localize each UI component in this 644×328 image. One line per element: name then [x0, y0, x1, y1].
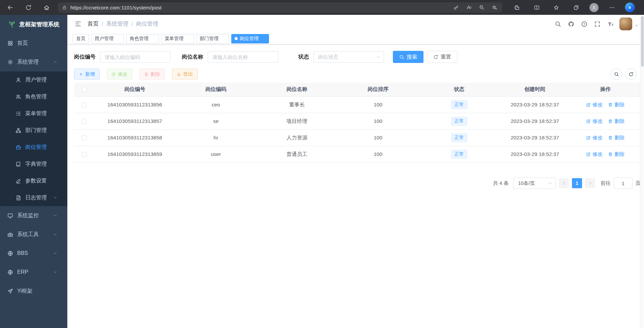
app-window: 意框架管理系统 首页系统管理用户管理角色管理菜单管理部门管理岗位管理字典管理参数…: [0, 15, 644, 328]
toggle-search-button[interactable]: [611, 68, 622, 80]
post-id-cell: 1641030593112313856: [94, 97, 175, 113]
chevron-down-icon[interactable]: [635, 24, 639, 28]
goto-page-input[interactable]: [614, 177, 633, 189]
sidebar-item-bbs[interactable]: BBS: [0, 244, 67, 263]
zoom-button[interactable]: [476, 3, 487, 12]
refresh-table-button[interactable]: [625, 68, 637, 80]
browser-home-button[interactable]: [39, 1, 54, 13]
edit-link[interactable]: 修改: [586, 118, 603, 125]
bing-icon: b: [627, 5, 632, 10]
scrollbar-thumb[interactable]: [641, 16, 644, 67]
post-name-cell: 项目经理: [257, 113, 338, 130]
back-icon: [7, 4, 13, 11]
page-1-button[interactable]: 1: [572, 178, 582, 188]
next-page-button[interactable]: [585, 178, 595, 188]
delete-link[interactable]: 删除: [608, 151, 624, 158]
export-button[interactable]: 导出: [172, 69, 198, 79]
tab-menu-management[interactable]: 菜单管理: [161, 34, 194, 43]
close-icon[interactable]: [261, 36, 266, 41]
user-avatar[interactable]: [619, 18, 632, 30]
globe-icon: [7, 251, 13, 256]
status-label: 状态: [298, 54, 309, 61]
favorites-button[interactable]: [550, 1, 563, 13]
edit-link[interactable]: 修改: [586, 135, 603, 141]
refresh-button[interactable]: [21, 1, 36, 13]
row-checkbox[interactable]: [82, 119, 87, 124]
back-button[interactable]: [3, 1, 18, 13]
tab-dept-management[interactable]: 部门管理: [196, 34, 229, 43]
chevron-down-icon: [548, 181, 552, 186]
sidebar-item-system-tools[interactable]: 系统工具: [0, 225, 67, 244]
sidebar-item-role-management[interactable]: 角色管理: [0, 88, 67, 105]
goto-label: 前往: [601, 180, 611, 187]
edit-link[interactable]: 修改: [586, 102, 603, 108]
sidebar-item-menu-management[interactable]: 菜单管理: [0, 105, 67, 122]
delete-link[interactable]: 删除: [608, 102, 624, 108]
browser-profile-button[interactable]: [589, 3, 599, 12]
font-size-button[interactable]: TT: [604, 18, 617, 30]
sidebar-item-erp[interactable]: ERP: [0, 263, 67, 282]
sidebar-item-system-monitor[interactable]: 系统监控: [0, 206, 67, 225]
bing-sidebar-button[interactable]: b: [625, 3, 635, 12]
sidebar-item-log-management[interactable]: 日志管理: [0, 189, 67, 206]
document-icon: [15, 195, 21, 201]
sidebar-item-post-management[interactable]: 岗位管理: [0, 139, 67, 156]
delete-link[interactable]: 删除: [608, 118, 624, 125]
delete-button[interactable]: 删除: [139, 69, 165, 79]
close-icon[interactable]: [150, 36, 156, 41]
tab-post-management[interactable]: 岗位管理: [231, 34, 269, 43]
read-aloud-button[interactable]: [463, 3, 475, 12]
sidebar-item-yi-framework[interactable]: Yi框架: [0, 282, 67, 300]
add-button[interactable]: 新增: [74, 69, 100, 79]
download-icon: [177, 72, 181, 76]
sidebar-item-home[interactable]: 首页: [0, 34, 67, 53]
github-button[interactable]: [565, 18, 577, 30]
sidebar-item-user-management[interactable]: 用户管理: [0, 71, 67, 88]
status-select[interactable]: 岗位状态: [313, 51, 384, 63]
search-icon: [555, 21, 561, 27]
content: 岗位编号 岗位名称 状态 岗位状态: [67, 44, 644, 328]
tab-label: 角色管理: [130, 36, 148, 42]
delete-link[interactable]: 删除: [608, 135, 624, 141]
close-icon[interactable]: [221, 36, 226, 41]
post-id-input[interactable]: [100, 51, 171, 63]
browser-menu-button[interactable]: [605, 1, 618, 13]
select-all-checkbox[interactable]: [82, 87, 87, 92]
breadcrumb: 首页 / 系统管理 / 岗位管理: [88, 20, 158, 28]
prev-page-button[interactable]: [559, 178, 569, 188]
search-button[interactable]: 搜索: [393, 51, 423, 63]
row-checkbox[interactable]: [82, 102, 87, 107]
sidebar-item-dept-management[interactable]: 部门管理: [0, 122, 67, 139]
sidebar-toggle[interactable]: [72, 18, 84, 30]
sidebar-item-param-settings[interactable]: 参数设置: [0, 172, 67, 189]
row-checkbox[interactable]: [82, 135, 87, 140]
page-size-select[interactable]: 10条/页: [513, 177, 556, 189]
collections-button[interactable]: [570, 1, 582, 13]
address-bar[interactable]: https://ccnetcore.com:1101/system/post: [58, 2, 502, 13]
help-button[interactable]: ?: [578, 18, 590, 30]
breadcrumb-home[interactable]: 首页: [88, 20, 99, 28]
reset-button[interactable]: 重置: [427, 51, 457, 63]
sidebar-item-dict-management[interactable]: 字典管理: [0, 156, 67, 172]
sidebar-item-system-management[interactable]: 系统管理: [0, 53, 67, 71]
status-badge: 正常: [451, 100, 467, 109]
tab-role-management[interactable]: 角色管理: [126, 34, 159, 43]
post-name-input[interactable]: [208, 51, 278, 63]
close-icon[interactable]: [115, 36, 121, 41]
url-text[interactable]: https://ccnetcore.com:1101/system/post: [70, 5, 447, 10]
edit-link[interactable]: 修改: [586, 151, 603, 158]
header-search-button[interactable]: [552, 18, 564, 30]
close-icon[interactable]: [185, 36, 191, 41]
browser-actions: b: [504, 1, 641, 13]
tab-home[interactable]: 首页: [73, 34, 89, 43]
split-screen-button[interactable]: [530, 1, 543, 13]
create-time-cell: 2023-03-29 18:52:37: [500, 130, 570, 146]
fullscreen-button[interactable]: [591, 18, 604, 30]
edit-button[interactable]: 修改: [107, 69, 132, 79]
row-checkbox[interactable]: [82, 152, 87, 157]
page-scrollbar[interactable]: [640, 15, 644, 328]
password-button[interactable]: [450, 3, 462, 12]
extensions-button[interactable]: [511, 1, 523, 13]
tab-user-management[interactable]: 用户管理: [91, 34, 124, 43]
favorite-page-button[interactable]: [489, 3, 500, 12]
